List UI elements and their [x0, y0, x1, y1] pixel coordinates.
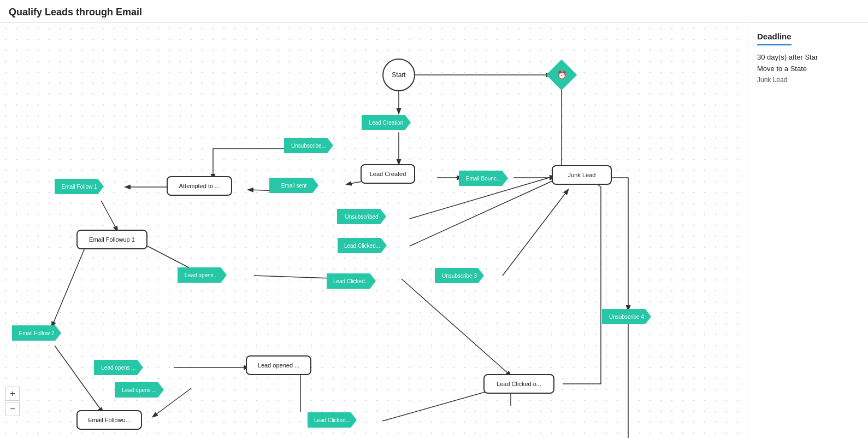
deadline-diamond-node[interactable]: ⏰: [551, 64, 572, 86]
svg-line-10: [410, 179, 557, 246]
unsubscribe4-label[interactable]: Unsubscribe 4: [602, 309, 651, 324]
lead-opens2-label[interactable]: Lead opens ...: [94, 360, 143, 375]
junk-lead-node[interactable]: Junk Lead: [552, 165, 612, 185]
unsubscribe3-label[interactable]: Unsubscribe 3: [435, 268, 484, 283]
svg-line-13: [503, 190, 568, 276]
svg-line-8: [101, 201, 117, 231]
lead-clicked1-label[interactable]: Lead Clicked...: [338, 238, 387, 253]
email-follow1-label[interactable]: Email Follow 1: [55, 179, 104, 194]
lead-creation-label[interactable]: Lead Creation: [362, 115, 411, 130]
svg-line-16: [55, 346, 103, 412]
sidebar-title: Deadline: [757, 32, 792, 45]
zoom-out-button[interactable]: −: [5, 402, 20, 416]
email-sent-label[interactable]: Email sent: [269, 178, 318, 193]
svg-line-20: [401, 279, 511, 376]
attempted-node[interactable]: Attempted to ...: [167, 176, 232, 196]
unsubscribed-label[interactable]: Unsubscribed: [337, 209, 386, 224]
email-followup1-node[interactable]: Email Followup 1: [76, 230, 147, 249]
page-title: Qualify Leads through Email: [9, 7, 859, 18]
lead-clicked-o-node[interactable]: Lead Clicked o...: [483, 374, 554, 394]
sidebar: Deadline 30 day(s) after Star Move to a …: [748, 23, 868, 438]
email-followu-node[interactable]: Email Followu...: [76, 410, 142, 430]
lead-created-node[interactable]: Lead Created: [361, 164, 415, 184]
action-label: Move to a State: [757, 65, 859, 73]
lead-opens3-label[interactable]: Lead opens ...: [115, 382, 164, 398]
lead-opens1-label[interactable]: Lead opens ...: [178, 267, 227, 283]
zoom-controls: + −: [5, 387, 20, 416]
lead-opened-node[interactable]: Lead opened ...: [246, 355, 311, 375]
lead-clicked2-label[interactable]: Lead Clicked...: [327, 273, 376, 289]
unsubscribe-top-label[interactable]: Unsubscribe...: [284, 138, 333, 153]
svg-line-14: [52, 248, 85, 326]
zoom-in-button[interactable]: +: [5, 387, 20, 401]
email-bounce-label[interactable]: Email Bounc...: [459, 171, 508, 186]
start-node[interactable]: Start: [382, 59, 415, 91]
email-follow2-label[interactable]: Email Follow 2: [12, 325, 61, 341]
lead-clicked3-label[interactable]: Lead Clicked...: [308, 412, 357, 428]
deadline-info: 30 day(s) after Star: [757, 53, 859, 61]
state-label: Junk Lead: [757, 76, 859, 84]
